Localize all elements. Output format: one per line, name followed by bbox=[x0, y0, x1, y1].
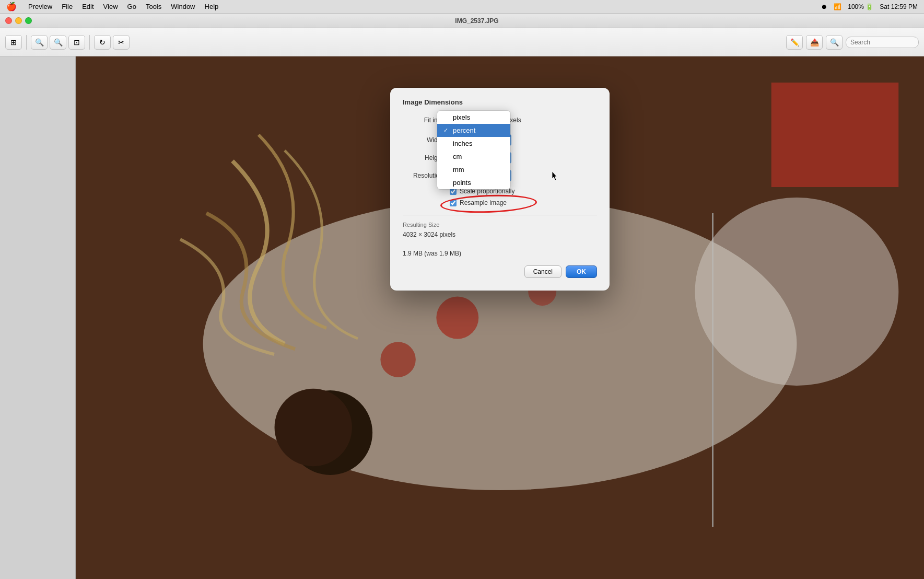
window-title: IMG_2537.JPG bbox=[35, 17, 919, 25]
resulting-size-pixels: 4032 × 3024 pixels bbox=[403, 231, 597, 238]
dropdown-item-inches[interactable]: inches bbox=[437, 137, 510, 150]
sidebar bbox=[0, 56, 76, 579]
toolbar-markup-btn[interactable]: ✏️ bbox=[786, 35, 803, 50]
toolbar-search-btn[interactable]: 🔍 bbox=[826, 35, 843, 50]
clock: Sat 12:59 PM bbox=[880, 3, 918, 10]
dropdown-item-cm[interactable]: cm bbox=[437, 150, 510, 163]
toolbar-separator-1 bbox=[26, 35, 27, 50]
maximize-button[interactable] bbox=[25, 17, 32, 24]
wifi-icon: 📶 bbox=[834, 3, 841, 10]
resulting-size-mb: 1.9 MB (was 1.9 MB) bbox=[403, 250, 597, 257]
toolbar-crop-btn[interactable]: ✂ bbox=[113, 35, 130, 50]
menu-bar-right: ⏺ 📶 100% 🔋 Sat 12:59 PM bbox=[821, 3, 918, 10]
close-button[interactable] bbox=[5, 17, 12, 24]
toolbar: ⊞ 🔍 🔍 ⊡ ↻ ✂ ✏️ 📤 🔍 bbox=[0, 28, 924, 56]
resulting-size-header: Resulting Size bbox=[403, 222, 597, 228]
resample-row: Resample image bbox=[450, 199, 597, 206]
toolbar-separator-2 bbox=[89, 35, 90, 50]
menu-bar: 🍎 Preview File Edit View Go Tools Window… bbox=[0, 0, 924, 14]
menu-go[interactable]: Go bbox=[127, 3, 136, 10]
dialog-buttons: Cancel OK bbox=[403, 265, 597, 278]
toolbar-zoom-out-btn[interactable]: 🔍 bbox=[31, 35, 48, 50]
dropdown-item-pixels[interactable]: pixels bbox=[437, 111, 510, 124]
dropdown-item-percent[interactable]: ✓ percent bbox=[437, 124, 510, 137]
dialog-overlay: Image Dimensions Fit into: Custom ▼ pixe… bbox=[76, 56, 924, 579]
dropdown-item-points[interactable]: points bbox=[437, 176, 510, 189]
dropdown-item-mm[interactable]: mm bbox=[437, 163, 510, 176]
minimize-button[interactable] bbox=[15, 17, 22, 24]
units-dropdown-menu[interactable]: pixels ✓ percent inches cm mm bbox=[437, 111, 510, 189]
resample-label: Resample image bbox=[460, 199, 507, 206]
toolbar-view-btn[interactable]: ⊞ bbox=[5, 35, 22, 50]
menu-help[interactable]: Help bbox=[205, 3, 219, 10]
resample-checkbox[interactable] bbox=[450, 200, 457, 206]
battery-status: 100% 🔋 bbox=[848, 3, 873, 10]
menu-preview[interactable]: Preview bbox=[28, 3, 52, 10]
menu-window[interactable]: Window bbox=[171, 3, 195, 10]
ok-button[interactable]: OK bbox=[566, 265, 597, 278]
menu-edit[interactable]: Edit bbox=[82, 3, 93, 10]
search-input[interactable] bbox=[846, 37, 919, 48]
resulting-size-section: Resulting Size 4032 × 3024 pixels 1.9 MB… bbox=[403, 215, 597, 257]
apple-menu[interactable]: 🍎 bbox=[6, 2, 17, 11]
menu-tools[interactable]: Tools bbox=[146, 3, 161, 10]
toolbar-rotate-btn[interactable]: ↻ bbox=[94, 35, 111, 50]
image-dimensions-dialog: Image Dimensions Fit into: Custom ▼ pixe… bbox=[390, 88, 610, 291]
window-titlebar: IMG_2537.JPG bbox=[0, 14, 924, 28]
main-content: Image Dimensions Fit into: Custom ▼ pixe… bbox=[76, 56, 924, 579]
toolbar-fit-btn[interactable]: ⊡ bbox=[68, 35, 85, 50]
menu-view[interactable]: View bbox=[103, 3, 118, 10]
menu-file[interactable]: File bbox=[62, 3, 73, 10]
toolbar-share-btn[interactable]: 📤 bbox=[806, 35, 823, 50]
toolbar-zoom-in-btn[interactable]: 🔍 bbox=[50, 35, 66, 50]
record-icon: ⏺ bbox=[821, 3, 827, 10]
dialog-title: Image Dimensions bbox=[403, 98, 597, 106]
cancel-button[interactable]: Cancel bbox=[524, 265, 562, 278]
